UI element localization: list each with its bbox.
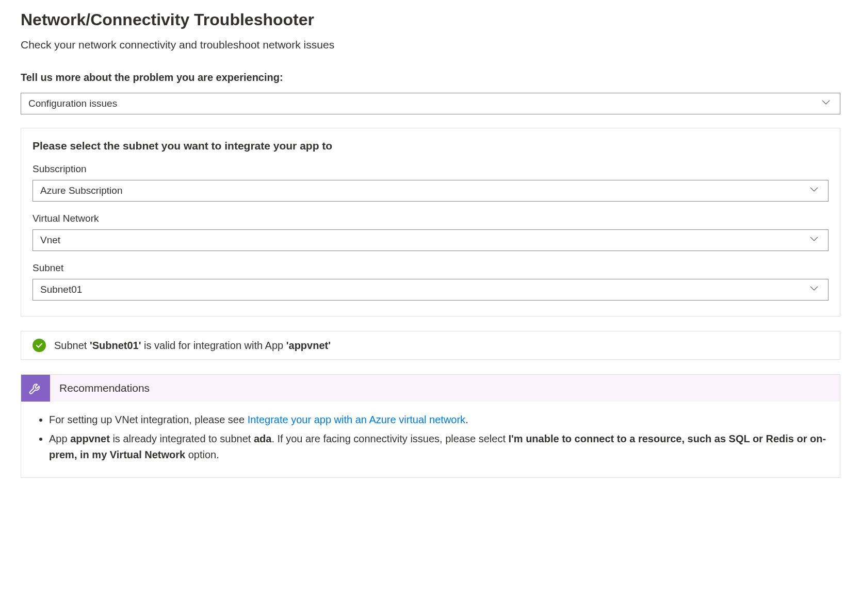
page-title: Network/Connectivity Troubleshooter <box>21 10 840 29</box>
subnet-label: Subnet <box>33 262 828 274</box>
subscription-label: Subscription <box>33 163 828 175</box>
success-check-icon <box>33 339 46 352</box>
vnet-dropdown[interactable]: Vnet <box>33 229 828 251</box>
status-text: Subnet 'Subnet01' is valid for integrati… <box>54 340 331 352</box>
subnet-dropdown[interactable]: Subnet01 <box>33 279 828 301</box>
recommendation-item: For setting up VNet integration, please … <box>49 412 826 428</box>
page-subtitle: Check your network connectivity and trou… <box>21 39 840 51</box>
wrench-icon <box>21 375 50 402</box>
chevron-down-icon <box>821 98 831 110</box>
vnet-label: Virtual Network <box>33 213 828 224</box>
problem-dropdown-value: Configuration issues <box>28 98 117 109</box>
subnet-panel-title: Please select the subnet you want to int… <box>33 140 828 152</box>
chevron-down-icon <box>809 284 819 296</box>
problem-dropdown[interactable]: Configuration issues <box>21 93 840 114</box>
vnet-integration-link[interactable]: Integrate your app with an Azure virtual… <box>248 414 465 425</box>
status-box: Subnet 'Subnet01' is valid for integrati… <box>21 331 840 360</box>
recommendations-body: For setting up VNet integration, please … <box>21 402 840 477</box>
vnet-dropdown-value: Vnet <box>40 235 60 246</box>
recommendations-box: Recommendations For setting up VNet inte… <box>21 374 840 478</box>
problem-label: Tell us more about the problem you are e… <box>21 72 840 84</box>
subscription-dropdown-value: Azure Subscription <box>40 185 122 196</box>
subscription-dropdown[interactable]: Azure Subscription <box>33 180 828 202</box>
subnet-panel: Please select the subnet you want to int… <box>21 128 840 317</box>
recommendations-header: Recommendations <box>21 375 840 402</box>
recommendations-title: Recommendations <box>50 375 159 402</box>
chevron-down-icon <box>809 185 819 197</box>
recommendation-item: App appvnet is already integrated to sub… <box>49 431 826 463</box>
subnet-dropdown-value: Subnet01 <box>40 284 82 295</box>
chevron-down-icon <box>809 235 819 246</box>
